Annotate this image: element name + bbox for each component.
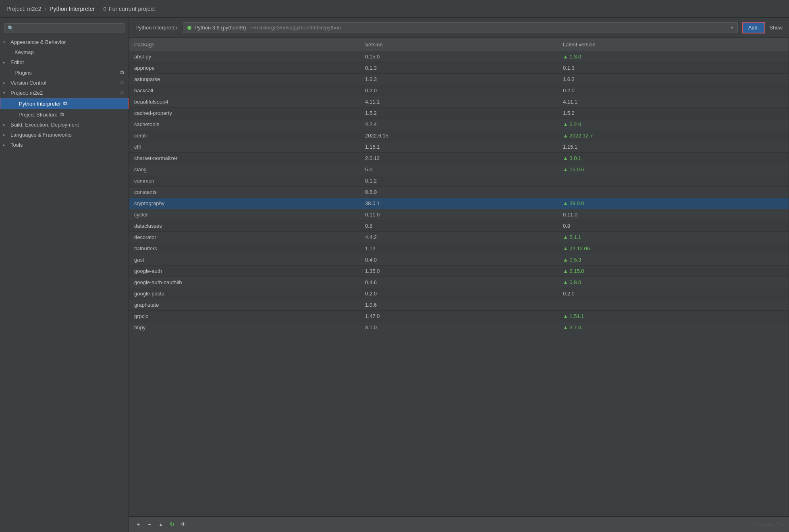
package-name: graphstate (129, 299, 360, 311)
package-latest-version (558, 299, 789, 311)
package-name: cryptography (129, 198, 360, 209)
package-latest-version: 1.5.2 (558, 108, 789, 119)
package-latest-version: ▲ 0.5.3 (558, 254, 789, 266)
sidebar-item-editor[interactable]: ▸ Editor (0, 57, 129, 67)
for-current-label: 🗒 For current project (103, 6, 155, 12)
package-name: google-auth (129, 266, 360, 277)
remove-package-button[interactable]: − (144, 519, 155, 530)
copy-icon: ⧉ (60, 111, 64, 118)
reload-button[interactable]: ↻ (167, 519, 177, 530)
table-row[interactable]: beautifulsoup44.11.14.11.1 (129, 96, 789, 108)
package-version: 0.8 (360, 220, 558, 232)
table-row[interactable]: absl-py0.15.0▲ 1.3.0 (129, 51, 789, 62)
package-name: beautifulsoup4 (129, 96, 360, 108)
table-row[interactable]: charset-normalizer2.0.12▲ 3.0.1 (129, 153, 789, 164)
package-latest-version: 0.2.0 (558, 85, 789, 96)
table-row[interactable]: dataclasses0.80.8 (129, 220, 789, 232)
sidebar-item-tools[interactable]: ▸ Tools (0, 140, 129, 150)
sidebar-item-keymap[interactable]: Keymap (0, 47, 129, 57)
package-latest-version: 1.15.1 (558, 141, 789, 153)
package-version: 0.11.0 (360, 209, 558, 220)
upgrade-package-button[interactable]: ▲ (156, 519, 166, 530)
table-row[interactable]: constants0.6.0 (129, 187, 789, 198)
table-row[interactable]: cachetools4.2.4▲ 5.2.0 (129, 119, 789, 130)
package-latest-version: ▲ 1.3.0 (558, 51, 789, 62)
interpreter-label: Python Interpreter: (135, 25, 179, 31)
breadcrumb-separator: › (44, 6, 46, 12)
copy-icon: ⧉ (63, 100, 67, 107)
col-version: Version (360, 38, 558, 51)
table-row[interactable]: astunparse1.6.31.6.3 (129, 74, 789, 85)
package-name: backcall (129, 85, 360, 96)
package-latest-version: ▲ 1.51.1 (558, 311, 789, 322)
package-version: 0.2.0 (360, 85, 558, 96)
table-row[interactable]: cycler0.11.00.11.0 (129, 209, 789, 220)
table-row[interactable]: h5py3.1.0▲ 3.7.0 (129, 322, 789, 333)
table-row[interactable]: cffi1.15.11.15.1 (129, 141, 789, 153)
package-version: 1.35.0 (360, 266, 558, 277)
package-latest-version: ▲ 3.7.0 (558, 322, 789, 333)
sidebar-item-label: Project Structure (19, 112, 58, 118)
interpreter-select[interactable]: Python 3.6 (python36) ~/miniforge3/envs/… (183, 22, 738, 33)
sidebar-item-project-m2e2[interactable]: ▾ Project: m2e2 ⧉ (0, 88, 129, 98)
package-version: 4.4.2 (360, 232, 558, 243)
package-version: 1.15.1 (360, 141, 558, 153)
copy-icon: ⧉ (120, 90, 124, 96)
package-name: dataclasses (129, 220, 360, 232)
package-name: absl-py (129, 51, 360, 62)
sidebar-item-build-execution[interactable]: ▸ Build, Execution, Deployment (0, 120, 129, 130)
package-version: 0.1.2 (360, 175, 558, 187)
sidebar-item-python-interpreter[interactable]: Python Interpreter ⧉ (0, 98, 129, 109)
table-row[interactable]: cryptography38.0.1▲ 39.0.0 (129, 198, 789, 209)
package-name: google-auth-oauthlib (129, 277, 360, 288)
package-version: 3.1.0 (360, 322, 558, 333)
show-button[interactable]: Show (769, 25, 783, 31)
package-latest-version: ▲ 0.8.0 (558, 277, 789, 288)
sidebar-item-appearance-behavior[interactable]: ▾ Appearance & Behavior (0, 37, 129, 47)
table-row[interactable]: common0.1.2 (129, 175, 789, 187)
sidebar-item-project-structure[interactable]: Project Structure ⧉ (0, 109, 129, 120)
table-row[interactable]: backcall0.2.00.2.0 (129, 85, 789, 96)
sidebar-item-label: Build, Execution, Deployment (10, 122, 124, 128)
table-row[interactable]: cached-property1.5.21.5.2 (129, 108, 789, 119)
table-row[interactable]: grpcio1.47.0▲ 1.51.1 (129, 311, 789, 322)
sidebar-item-version-control[interactable]: ▸ Version Control ⧉ (0, 78, 129, 88)
table-row[interactable]: gast0.4.0▲ 0.5.3 (129, 254, 789, 266)
table-row[interactable]: decorator4.4.2▲ 5.1.1 (129, 232, 789, 243)
table-row[interactable]: clang5.0▲ 15.0.6 (129, 164, 789, 175)
add-button[interactable]: Add. (742, 22, 766, 33)
search-box[interactable]: 🔍 (4, 23, 125, 33)
table-row[interactable]: google-auth-oauthlib0.4.6▲ 0.8.0 (129, 277, 789, 288)
search-input[interactable] (16, 25, 121, 31)
package-latest-version: ▲ 15.0.6 (558, 164, 789, 175)
sidebar-item-languages-frameworks[interactable]: ▸ Languages & Frameworks (0, 130, 129, 140)
table-row[interactable]: appnope0.1.30.1.3 (129, 62, 789, 74)
package-latest-version: 0.8 (558, 220, 789, 232)
package-version: 2022.6.15 (360, 130, 558, 141)
table-row[interactable]: google-auth1.35.0▲ 2.15.0 (129, 266, 789, 277)
eye-button[interactable]: 👁 (178, 519, 189, 530)
table-row[interactable]: certifi2022.6.15▲ 2022.12.7 (129, 130, 789, 141)
package-latest-version: 1.6.3 (558, 74, 789, 85)
package-version: 4.11.1 (360, 96, 558, 108)
package-name: constants (129, 187, 360, 198)
col-latest: Latest version (558, 38, 789, 51)
table-row[interactable]: flatbuffers1.12▲ 22.12.06 (129, 243, 789, 254)
search-icon: 🔍 (8, 25, 14, 31)
sidebar-item-plugins[interactable]: Plugins ⧉ (0, 67, 129, 78)
table-row[interactable]: google-pasta0.2.00.2.0 (129, 288, 789, 299)
add-package-button[interactable]: + (133, 519, 143, 530)
col-package: Package (129, 38, 360, 51)
package-version: 0.4.6 (360, 277, 558, 288)
package-version: 5.0 (360, 164, 558, 175)
interpreter-status-dot (187, 26, 191, 30)
package-name: cycler (129, 209, 360, 220)
package-name: clang (129, 164, 360, 175)
package-name: h5py (129, 322, 360, 333)
chevron-down-icon: ▾ (3, 91, 8, 95)
chevron-down-icon: ▾ (3, 40, 8, 44)
table-row[interactable]: graphstate1.0.6 (129, 299, 789, 311)
package-name: astunparse (129, 74, 360, 85)
package-version: 1.0.6 (360, 299, 558, 311)
sidebar-item-label: Editor (10, 59, 124, 65)
